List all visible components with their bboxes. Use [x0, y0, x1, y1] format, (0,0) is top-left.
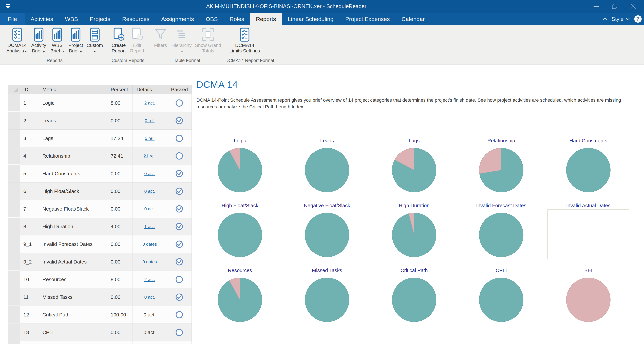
quick-access-toolbar-icon[interactable]	[5, 3, 11, 10]
ribbon-button-custom[interactable]: Custom	[85, 27, 104, 54]
details-link[interactable]: 0 act.	[144, 206, 155, 212]
cell-details: 0 act.	[132, 324, 167, 341]
details-link[interactable]: 2 act.	[144, 277, 155, 282]
table-row[interactable]: 9_1Invalid Forecast Dates0.000 dates	[8, 235, 192, 253]
row-selector-cell[interactable]	[8, 130, 20, 147]
details-link[interactable]: 0 act.	[144, 171, 155, 176]
chevron-down-icon	[626, 18, 630, 20]
cell-details: 2 act.	[132, 271, 167, 288]
ribbon-button-dcma14-limits-settings[interactable]: DCMA14Limits Settings	[228, 27, 262, 54]
ribbon-button-activity-brief[interactable]: ActivityBrief	[30, 27, 48, 54]
table-row[interactable]: 6High Float/Slack0.000 act.	[8, 183, 192, 200]
cell-id: 6	[20, 183, 39, 200]
close-icon[interactable]	[624, 0, 642, 12]
table-row[interactable]: 14BEI0.000 act.	[8, 341, 192, 344]
not-passed-circle-icon	[167, 341, 192, 344]
tab-calendar[interactable]: Calendar	[396, 12, 430, 25]
row-selector-cell[interactable]	[8, 253, 20, 271]
row-selector-cell[interactable]	[8, 112, 20, 129]
cell-details: 2 act.	[132, 94, 167, 112]
row-selector-cell[interactable]	[8, 218, 20, 235]
column-header-id[interactable]: ID	[20, 85, 39, 94]
ribbon-button-wbs-brief[interactable]: WBSBrief	[48, 27, 66, 54]
table-row[interactable]: 12Critical Path100.000 act.	[8, 306, 192, 324]
details-link[interactable]: 0 dates	[142, 259, 157, 265]
row-selector-cell[interactable]	[8, 165, 20, 182]
row-selector-cell[interactable]	[8, 288, 20, 306]
style-label: Style	[612, 16, 624, 22]
details-link[interactable]: 0 dates	[142, 242, 157, 247]
style-dropdown[interactable]: Style	[612, 16, 630, 22]
passed-check-icon	[167, 165, 192, 182]
ribbon-button-create-report[interactable]: CreateReport	[110, 27, 128, 54]
restore-icon[interactable]	[605, 0, 624, 12]
details-link[interactable]: 0 act.	[144, 189, 155, 194]
table-row[interactable]: 11Missed Tasks0.000 act.	[8, 288, 192, 306]
collapse-ribbon-icon[interactable]	[603, 18, 607, 20]
cell-details: 0 act.	[132, 200, 167, 218]
ribbon-button-label: WBSBrief	[50, 42, 64, 54]
cell-metric: High Float/Slack	[39, 183, 107, 200]
cell-metric: Relationship	[39, 147, 107, 165]
barchart-icon	[68, 27, 83, 42]
tab-obs[interactable]: OBS	[200, 12, 224, 25]
tab-roles[interactable]: Roles	[224, 12, 250, 25]
tab-reports[interactable]: Reports	[250, 12, 282, 25]
ribbon-button-label: ProjectBrief	[68, 42, 83, 54]
column-header-details[interactable]: Details	[132, 85, 167, 94]
table-row[interactable]: 7Negative Float/Slack0.000 act.	[8, 200, 192, 218]
hierarchy-icon	[174, 27, 189, 42]
table-row[interactable]: 2Leads0.000 rel.	[8, 112, 192, 130]
table-row[interactable]: 1Logic8.002 act.	[8, 94, 192, 112]
column-header-passed[interactable]: Passed	[167, 85, 192, 94]
pie-chart-hard-constraints: Hard Constraints	[545, 134, 632, 199]
row-selector-cell[interactable]	[8, 183, 20, 200]
tab-linear-scheduling[interactable]: Linear Scheduling	[282, 12, 339, 25]
tab-project-expenses[interactable]: Project Expenses	[339, 12, 396, 25]
row-selector-cell[interactable]	[8, 306, 20, 324]
ribbon-button-label: Show GrandTotals	[195, 42, 221, 54]
row-selector-cell[interactable]	[8, 94, 20, 112]
ribbon-button-dcma14-analysis[interactable]: DCMA14Analysis	[5, 27, 30, 54]
doc-edit-icon	[130, 27, 144, 42]
row-selector-cell[interactable]	[8, 235, 20, 253]
table-row[interactable]: 8High Duration4.001 act.	[8, 218, 192, 235]
table-row[interactable]: 3Lags17.245 rel.	[8, 130, 192, 147]
cell-percent: 100.00	[107, 306, 132, 324]
cell-metric: Lags	[39, 130, 107, 147]
ribbon-button-project-brief[interactable]: ProjectBrief	[66, 27, 85, 54]
table-row[interactable]: 4Relationship72.4121 rel.	[8, 147, 192, 165]
ribbon-tab-bar: FileActivitiesWBSProjectsResourcesAssign…	[0, 12, 644, 25]
table-row[interactable]: 13CPLI0.000 act.	[8, 324, 192, 341]
tab-file[interactable]: File	[0, 12, 25, 25]
row-selector-cell[interactable]	[8, 147, 20, 165]
column-header-percent[interactable]: Percent	[107, 85, 132, 94]
details-link[interactable]: 5 rel.	[145, 136, 154, 141]
table-row[interactable]: 5Hard Constraints0.000 act.	[8, 165, 192, 183]
cell-metric: Critical Path	[39, 306, 107, 324]
minimize-icon[interactable]	[587, 0, 605, 12]
ribbon-button-label: Hierarchy	[172, 42, 192, 54]
details-link[interactable]: 0 act.	[144, 295, 155, 300]
pie-icon	[478, 212, 524, 258]
details-link[interactable]: 0 rel.	[145, 118, 154, 123]
details-link[interactable]: 2 act.	[144, 100, 155, 106]
tab-assignments[interactable]: Assignments	[155, 12, 200, 25]
tab-wbs[interactable]: WBS	[59, 12, 84, 25]
details-link[interactable]: 21 rel.	[144, 153, 156, 159]
cell-percent: 0.00	[107, 165, 132, 182]
tab-resources[interactable]: Resources	[116, 12, 155, 25]
table-row[interactable]: 9_2Invalid Actual Dates0.000 dates	[8, 253, 192, 271]
tab-activities[interactable]: Activities	[25, 12, 59, 25]
help-icon[interactable]: ?	[634, 15, 642, 23]
column-header-metric[interactable]: Metric	[39, 85, 107, 94]
cell-details: 1 act.	[132, 218, 167, 235]
row-selector-cell[interactable]	[8, 271, 20, 288]
details-link[interactable]: 1 act.	[144, 224, 155, 229]
table-row[interactable]: 10Resources8.002 act.	[8, 271, 192, 288]
cell-id: 7	[20, 200, 39, 218]
row-selector-cell[interactable]	[8, 324, 20, 341]
tab-projects[interactable]: Projects	[84, 12, 116, 25]
row-selector-cell[interactable]	[8, 200, 20, 218]
row-selector-cell[interactable]	[8, 341, 20, 344]
